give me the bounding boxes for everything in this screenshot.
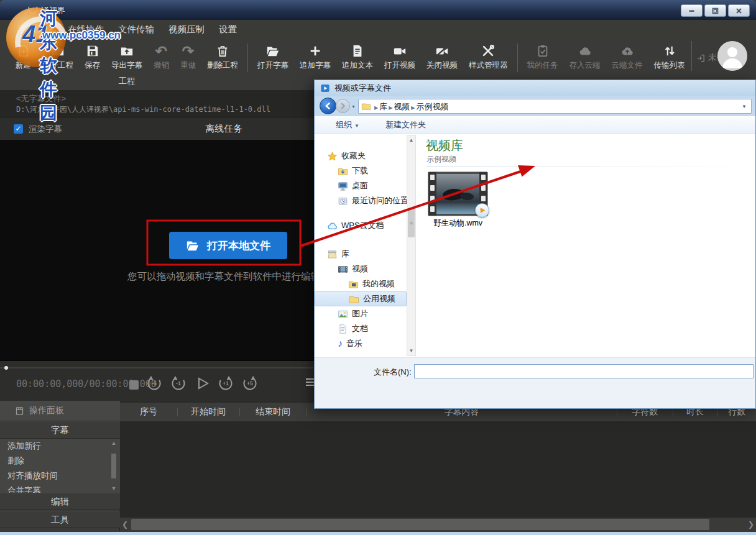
star-icon <box>327 151 338 162</box>
play-overlay-icon[interactable] <box>475 203 489 217</box>
toolbar-button-video-cam-off[interactable]: 关闭视频 <box>421 42 463 72</box>
scroll-left-icon[interactable]: ❮ <box>120 518 130 531</box>
seek-+5-icon[interactable]: +5 <box>241 375 259 395</box>
column-header-2[interactable]: 开始时间 <box>177 403 239 421</box>
breadcrumb-segment[interactable]: 示例视频 <box>415 102 449 111</box>
column-header-3[interactable]: 结束时间 <box>239 403 307 421</box>
menu-item-1[interactable]: 字幕编辑 <box>17 24 53 35</box>
scroll-right-icon[interactable]: ❯ <box>746 518 756 531</box>
sidebar-item-folder-download[interactable]: 下载 <box>315 163 407 178</box>
seek--5-icon[interactable]: -5 <box>145 375 163 395</box>
undo-icon: ↶ <box>155 43 167 58</box>
toolbar-button-folder-project[interactable]: 打开工程 <box>37 42 79 72</box>
sidebar-scroll-up-icon[interactable]: ▲ <box>407 135 415 145</box>
op-scrollbar[interactable]: ▲ ▼ <box>110 440 118 492</box>
menu-item-4[interactable]: 视频压制 <box>168 24 205 35</box>
horizontal-scrollbar[interactable]: ❮ ❯ <box>120 518 756 531</box>
dialog-sidebar: 收藏夹下载桌面最近访问的位置WPS云文档库视频我的视频公用视频图片文档♪音乐 <box>315 134 407 357</box>
filename-input[interactable] <box>414 364 754 378</box>
sidebar-item-cloud[interactable]: WPS云文档 <box>315 218 407 233</box>
file-new-icon <box>17 43 30 58</box>
op-scroll-thumb[interactable] <box>111 454 116 478</box>
sidebar-scroll-down-icon[interactable]: ▼ <box>407 346 415 355</box>
sidebar-item-desktop[interactable]: 桌面 <box>315 178 407 193</box>
breadcrumb-segment[interactable]: 视频 <box>392 102 411 111</box>
subtitle-file-name: <无字幕文件> <box>16 93 66 104</box>
file-item[interactable]: 野生动物.wmv <box>428 172 487 229</box>
toolbar-button-floppy[interactable]: 保存 <box>79 42 106 72</box>
toolbar-button-trash[interactable]: 删除工程 <box>201 42 244 72</box>
trash-icon <box>216 43 229 58</box>
op-item[interactable]: 对齐播放时间 <box>0 469 120 483</box>
open-local-file-button[interactable]: 打开本地文件 <box>169 232 287 259</box>
section-tools[interactable]: 工具 <box>0 511 120 528</box>
seek-handle[interactable] <box>4 366 8 370</box>
toolbar-button-clipboard-check: 我的任务 <box>522 42 564 72</box>
sidebar-item-recent[interactable]: 最近访问的位置 <box>315 193 407 208</box>
sidebar-item-folder-video[interactable]: 我的视频 <box>315 277 407 291</box>
sidebar-item-music[interactable]: ♪音乐 <box>315 336 407 351</box>
player-bar: 00:00:00,000/00:00:00,000 -5-1+1+5 <box>0 360 314 401</box>
close-button[interactable] <box>728 4 750 17</box>
breadcrumb-items: ▶库▶视频▶示例视频 <box>374 101 449 112</box>
scroll-down-icon[interactable]: ▼ <box>110 485 118 492</box>
doc-text-icon <box>351 43 364 58</box>
project-info: <无字幕文件> D:\河东软件园\人人译视界\api-ms-win-core-d… <box>0 90 314 117</box>
seek--1-icon[interactable]: -1 <box>170 375 187 395</box>
hscroll-thumb[interactable] <box>131 519 709 530</box>
breadcrumb[interactable]: ▶库▶视频▶示例视频 ▼ <box>358 99 752 114</box>
nav-history-dropdown-icon[interactable]: ▼ <box>351 104 356 109</box>
subtitle-table-body[interactable] <box>120 421 756 518</box>
toolbar-button-folder-export[interactable]: 导出字幕 <box>106 42 148 72</box>
render-subtitle-checkbox[interactable]: ✓ <box>14 124 23 134</box>
op-item[interactable]: 添加新行 <box>0 439 120 454</box>
toolbar-button-plus[interactable]: 追加字幕 <box>294 42 336 72</box>
sidebar-item-libraries[interactable]: 库 <box>315 247 407 262</box>
avatar[interactable] <box>717 41 747 71</box>
menu-item-5[interactable]: 设置 <box>219 24 237 35</box>
maximize-button[interactable] <box>704 4 726 17</box>
sidebar-scroll-thumb[interactable] <box>408 209 415 237</box>
play-icon[interactable] <box>194 375 210 394</box>
back-button[interactable] <box>320 98 336 114</box>
minimize-button[interactable] <box>681 4 703 17</box>
organize-dropdown-icon: ▼ <box>354 123 359 129</box>
toolbar-button-transfer-list[interactable]: 传输列表 <box>648 42 691 72</box>
toolbar-button-doc-text[interactable]: 追加文本 <box>336 42 379 72</box>
stop-icon[interactable] <box>129 380 139 390</box>
back-arrow-icon <box>324 102 332 110</box>
sidebar-item-film[interactable]: 视频 <box>315 262 407 277</box>
toolbar-button-folder-open[interactable]: 打开字幕 <box>252 42 294 72</box>
dialog-title-bar[interactable]: 视频或字幕文件 <box>315 80 755 96</box>
seek-+1-icon[interactable]: +1 <box>217 375 234 395</box>
op-item[interactable]: 合并字幕 <box>0 483 120 493</box>
seek-track[interactable] <box>0 367 314 368</box>
sidebar-scrollbar[interactable]: ▲ ▼ <box>407 135 416 356</box>
section-subtitle[interactable]: 字幕 <box>0 421 120 439</box>
dialog-title: 视频或字幕文件 <box>334 83 391 94</box>
new-folder-button[interactable]: 新建文件夹 <box>385 119 426 130</box>
menu-item-2[interactable]: 在线协作 <box>68 24 104 35</box>
folder-export-icon <box>120 43 134 58</box>
column-header-1[interactable]: 序号 <box>120 403 177 421</box>
divider <box>426 167 755 167</box>
forward-button[interactable] <box>336 99 350 113</box>
sidebar-item-documents[interactable]: 文档 <box>315 321 407 336</box>
scroll-up-icon[interactable]: ▲ <box>110 440 118 446</box>
op-item[interactable]: 删除 <box>0 454 120 469</box>
section-edit[interactable]: 编辑 <box>0 493 120 510</box>
toolbar-button-video-cam[interactable]: 打开视频 <box>379 42 421 72</box>
toolbar-button-file-new[interactable]: 新建 <box>10 42 37 72</box>
menu-item-3[interactable]: 文件传输 <box>118 24 154 35</box>
sidebar-item-pictures[interactable]: 图片 <box>315 306 407 321</box>
breadcrumb-segment[interactable]: 库 <box>378 102 389 111</box>
video-file-path: D:\河东软件园\人人译视界\api-ms-win-core-datetime-… <box>16 104 270 115</box>
close-icon <box>735 7 742 14</box>
sidebar-item-star[interactable]: 收藏夹 <box>315 149 407 163</box>
operation-panel-header[interactable]: 操作面板 <box>0 401 120 421</box>
toolbar-button-style-manager[interactable]: 样式管理器 <box>463 42 514 72</box>
sidebar-item-folder-plain[interactable]: 公用视频 <box>315 291 407 306</box>
player-menu-icon[interactable] <box>306 378 315 386</box>
breadcrumb-dropdown-icon[interactable]: ▼ <box>742 104 747 109</box>
organize-button[interactable]: 组织▼ <box>336 119 359 130</box>
